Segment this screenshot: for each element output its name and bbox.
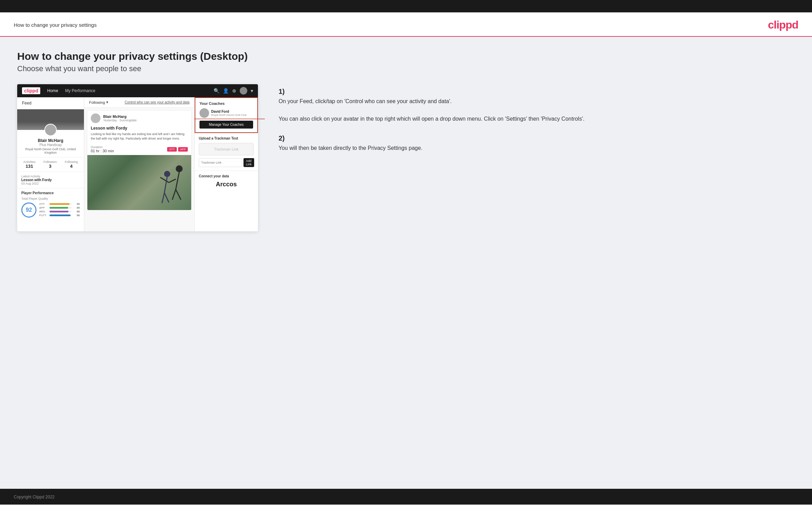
header-title: How to change your privacy settings [14,22,97,28]
trackman-input-row: Add Link [199,158,254,167]
latest-activity-label: Latest Activity [21,175,80,178]
metric-row-putt: PUTT 96 [39,214,80,217]
feed-post: Blair McHarg Yesterday · Sunningdale Les… [87,110,192,210]
coach-info: David Ford Royal North Devon Golf Club [211,110,253,117]
metrics: OTT 90 APP 85 ARG 86 [39,202,80,218]
pp-title: Player Performance [21,191,80,195]
trackman-input[interactable] [199,158,242,167]
duration-value: 01 hr : 30 min [91,149,114,153]
svg-point-0 [176,165,183,172]
post-description: Looking to feel like my hands are exitin… [91,132,188,141]
player-performance: Player Performance Total Player Quality … [17,188,84,220]
metric-label: APP [39,206,48,209]
metric-label: PUTT [39,214,48,217]
plus-icon[interactable]: ⊕ [232,88,236,93]
app-right-panel: Your Coaches David Ford Royal North Devo… [194,97,258,231]
tag-badges: OTT APP [167,147,188,152]
arccos-brand: Arccos [199,181,254,188]
instruction-1-text: On your Feed, click/tap on 'Control who … [279,97,795,123]
metric-label: OTT [39,202,48,206]
stat-following-label: Following [65,160,78,164]
svg-line-7 [164,177,167,193]
profile-handicap: Plus Handicap [21,143,80,147]
stat-activities-value: 131 [23,164,36,169]
user-avatar[interactable] [240,87,247,95]
metric-label: ARG [39,210,48,213]
metric-bar-bg [50,214,72,216]
post-header: Blair McHarg Yesterday · Sunningdale [87,111,191,126]
post-duration: Duration 01 hr : 30 min OTT APP [87,143,191,155]
connect-section: Connect your data Arccos [195,171,258,191]
profile-banner [17,109,84,130]
stat-activities-label: Activities [23,160,36,164]
page-subheading: Choose what you want people to see [17,64,795,73]
stat-followers: Followers 3 [43,160,57,169]
metric-bar [50,203,69,205]
duration-info: Duration 01 hr : 30 min [91,145,114,153]
tpq-content: 92 OTT 90 APP 85 ARG [21,202,80,218]
stat-activities: Activities 131 [23,160,36,169]
following-button[interactable]: Following ▾ [89,100,108,104]
app-sidebar: Feed Blair McHarg Plus Handicap Royal No… [17,97,84,231]
coaches-title: Your Coaches [199,101,253,106]
trackman-title: Upload a Trackman Test [199,136,254,140]
tag-app: APP [178,147,188,152]
app-body: Feed Blair McHarg Plus Handicap Royal No… [17,97,258,231]
post-author-info: Blair McHarg Yesterday · Sunningdale [103,114,137,122]
app-mockup: clippd Home My Performance 🔍 👤 ⊕ ▾ [17,84,258,231]
site-logo: clippd [768,19,798,31]
app-logo: clippd [22,87,40,94]
instructions-panel: 1) On your Feed, click/tap on 'Control w… [272,84,795,163]
metric-bar-bg [50,203,72,205]
following-label: Following [89,100,105,104]
chevron-down-icon[interactable]: ▾ [251,88,253,93]
metric-bar [50,214,71,216]
control-privacy-link[interactable]: Control who can see your activity and da… [125,100,190,104]
stat-followers-value: 3 [43,164,57,169]
svg-line-5 [160,177,169,183]
feed-tab[interactable]: Feed [17,97,84,109]
search-icon[interactable]: 🔍 [214,88,219,93]
add-link-button[interactable]: Add Link [243,158,254,167]
latest-activity: Latest Activity Lesson with Fordy 03 Aug… [17,172,84,188]
screenshot-area: clippd Home My Performance 🔍 👤 ⊕ ▾ [17,84,795,231]
site-footer: Copyright Clippd 2022 [0,489,812,505]
svg-line-3 [176,189,181,200]
instruction-2-number: 2) [279,134,285,142]
app-mockup-wrapper: clippd Home My Performance 🔍 👤 ⊕ ▾ [17,84,258,231]
svg-line-1 [176,172,179,189]
duration-label: Duration [91,145,114,149]
coach-name: David Ford [211,110,253,113]
stat-followers-label: Followers [43,160,57,164]
svg-line-4 [169,179,176,183]
site-header: How to change your privacy settings clip… [0,12,812,37]
tpq-label: Total Player Quality [21,197,80,200]
instruction-2: 2) You will then be taken directly to th… [279,134,795,153]
chevron-icon: ▾ [106,100,108,104]
metric-value: 85 [73,206,80,209]
coaches-panel: Your Coaches David Ford Royal North Devo… [195,98,257,132]
svg-line-2 [172,189,176,200]
metric-bar-bg [50,211,72,212]
post-title: Lesson with Fordy [91,126,188,131]
post-image [87,155,191,210]
stat-following-value: 4 [65,164,78,169]
coach-item: David Ford Royal North Devon Golf Club [199,108,253,118]
page-heading: How to change your privacy settings (Des… [17,51,795,62]
nav-home[interactable]: Home [47,88,58,93]
person-icon[interactable]: 👤 [223,88,229,93]
score-circle: 92 [21,202,36,218]
instruction-1: 1) On your Feed, click/tap on 'Control w… [279,88,795,123]
metric-bar-bg [50,207,72,209]
post-avatar [91,113,100,123]
metric-bar [50,207,68,209]
profile-stats: Activities 131 Followers 3 Following 4 [17,157,84,172]
stat-following: Following 4 [65,160,78,169]
manage-coaches-button[interactable]: Manage Your Coaches [199,121,253,129]
profile-name: Blair McHarg [21,138,80,143]
trackman-section: Upload a Trackman Test Trackman Link Add… [195,133,258,171]
coach-club: Royal North Devon Golf Club [211,113,253,117]
nav-my-performance[interactable]: My Performance [65,88,95,93]
instruction-1-number: 1) [279,88,285,95]
svg-line-8 [162,193,164,203]
